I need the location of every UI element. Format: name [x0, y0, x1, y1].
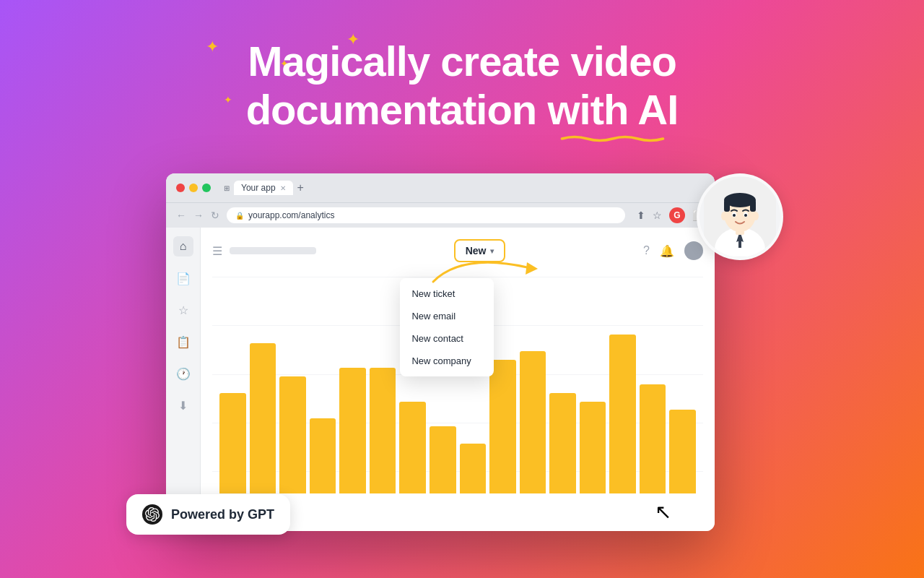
sidebar-document-icon[interactable]: 📄	[173, 268, 193, 288]
sidebar-home-icon[interactable]: ⌂	[173, 236, 193, 256]
chart-bar	[520, 351, 546, 493]
lock-icon: 🔒	[235, 212, 244, 220]
svg-rect-8	[750, 200, 756, 212]
browser-titlebar: ⊞ Your app ✕ +	[166, 173, 715, 203]
svg-rect-3	[738, 241, 741, 248]
bookmark-icon[interactable]: ☆	[653, 210, 662, 221]
tab-label-text: Your app	[241, 183, 276, 193]
close-button[interactable]	[176, 184, 185, 192]
gpt-badge-label: Powered by GPT	[171, 507, 274, 522]
person-avatar	[697, 173, 783, 260]
new-button[interactable]: New ▾	[454, 239, 506, 262]
refresh-button[interactable]: ↻	[211, 210, 219, 221]
tab-close-icon[interactable]: ✕	[280, 184, 286, 192]
chart-bar	[399, 402, 426, 493]
chart-bar	[219, 393, 246, 493]
chart-bar	[339, 368, 366, 493]
active-tab[interactable]: Your app ✕	[234, 181, 293, 195]
new-tab-icon[interactable]: +	[297, 181, 304, 194]
chart-bar	[549, 393, 576, 493]
back-button[interactable]: ←	[176, 210, 186, 221]
hero-highlight: with AI	[547, 86, 678, 134]
person-illustration	[697, 173, 783, 260]
cursor-icon: ↖	[655, 500, 671, 524]
sidebar-clock-icon[interactable]: 🕐	[173, 363, 193, 384]
dropdown-item-email[interactable]: New email	[400, 305, 494, 327]
maximize-button[interactable]	[202, 184, 211, 192]
grid-line	[212, 277, 703, 277]
hero-line1: Magically create video	[248, 38, 676, 85]
browser-wrapper: ⊞ Your app ✕ + ← → ↻ 🔒 yourapp.com/analy…	[166, 173, 715, 531]
chart-bar	[250, 343, 276, 493]
chart-bar	[609, 335, 636, 493]
sidebar-star-icon[interactable]: ☆	[173, 300, 193, 320]
new-button-wrapper: New ▾ New ticket New email New contact N…	[454, 239, 506, 262]
svg-point-14	[753, 212, 759, 220]
chart-bar	[640, 384, 666, 493]
chart-bar	[370, 368, 396, 493]
hero-title: Magically create video documentation wit…	[246, 38, 679, 134]
hamburger-icon[interactable]: ☰	[212, 244, 222, 258]
address-field[interactable]: 🔒 yourapp.com/analytics	[227, 207, 625, 223]
gpt-logo	[142, 504, 162, 525]
new-button-label: New	[466, 245, 487, 256]
svg-point-11	[733, 214, 736, 217]
page-title-placeholder	[230, 247, 316, 254]
chart-bar	[489, 360, 516, 493]
dropdown-item-contact[interactable]: New contact	[400, 327, 494, 350]
address-text: yourapp.com/analytics	[248, 210, 334, 220]
dropdown-item-ticket[interactable]: New ticket	[400, 282, 494, 305]
browser-window: ⊞ Your app ✕ + ← → ↻ 🔒 yourapp.com/analy…	[166, 173, 715, 531]
app-layout: ⌂ 📄 ☆ 📋 🕐 ⬇ ☰ New	[166, 228, 715, 531]
bell-icon[interactable]: 🔔	[660, 244, 674, 258]
main-content: ☰ New ▾ New ticket New email New contact	[201, 228, 715, 531]
chart-bar	[580, 402, 606, 493]
browser-addressbar: ← → ↻ 🔒 yourapp.com/analytics ⬆ ☆ G ⬜	[166, 203, 715, 228]
help-icon[interactable]: ?	[643, 244, 650, 257]
sparkle-1: ✦	[206, 38, 219, 56]
chart-bar	[279, 376, 306, 493]
chart-bar	[669, 410, 696, 493]
topbar-icons: ? 🔔	[643, 241, 703, 260]
svg-point-13	[721, 212, 727, 220]
forward-button[interactable]: →	[193, 210, 204, 221]
sidebar-clipboard-icon[interactable]: 📋	[173, 332, 193, 352]
hero-section: Magically create video documentation wit…	[246, 38, 679, 134]
dropdown-item-company[interactable]: New company	[400, 350, 494, 372]
dropdown-menu: New ticket New email New contact New com…	[400, 278, 494, 376]
topbar-left: ☰	[212, 244, 316, 258]
tab-grid-icon: ⊞	[224, 184, 230, 192]
sidebar: ⌂ 📄 ☆ 📋 🕐 ⬇	[166, 228, 201, 531]
sidebar-download-icon[interactable]: ⬇	[173, 395, 193, 415]
topbar: ☰ New ▾ New ticket New email New contact	[212, 239, 703, 262]
gpt-badge: Powered by GPT	[126, 494, 290, 535]
sparkle-4: ✦	[224, 94, 232, 105]
chevron-down-icon: ▾	[490, 247, 494, 255]
svg-point-12	[744, 214, 747, 217]
profile-icon[interactable]: G	[669, 207, 685, 223]
hero-line2: documentation with AI	[246, 86, 679, 133]
minimize-button[interactable]	[189, 184, 198, 192]
share-icon[interactable]: ⬆	[637, 210, 645, 221]
traffic-lights	[176, 184, 211, 192]
chart-bar	[430, 426, 456, 493]
chart-bar	[310, 418, 336, 493]
tab-area: ⊞ Your app ✕ +	[224, 181, 304, 195]
chart-bar	[460, 444, 487, 493]
svg-rect-7	[724, 200, 730, 212]
browser-actions: ⬆ ☆ G ⬜	[637, 207, 705, 223]
